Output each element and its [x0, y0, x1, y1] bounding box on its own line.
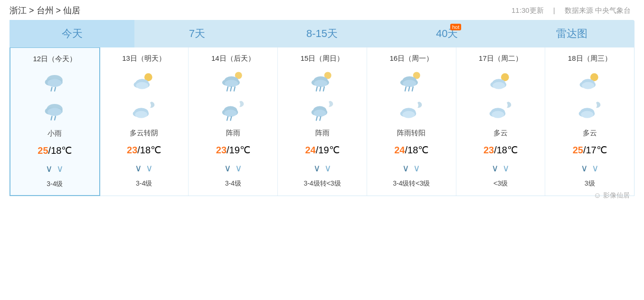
svg-line-56: [412, 87, 413, 91]
tab-today[interactable]: 今天: [9, 20, 134, 47]
day-date: 13日（明天）: [122, 54, 166, 63]
svg-point-65: [492, 82, 505, 89]
update-info: 11:30更新 | 数据来源 中央气象台: [508, 6, 635, 15]
tab-8-15days[interactable]: 8-15天: [259, 20, 384, 47]
day-weather-icon: [308, 68, 337, 94]
day-column-1: 13日（明天） 多云转阴 23/18℃ ∨ ∨ 3-4级: [100, 47, 189, 196]
wind-arrows: ∨ ∨: [313, 162, 331, 174]
temp-high: 24: [394, 145, 405, 155]
watermark: ☺ 影像仙居: [594, 191, 630, 200]
data-source: 数据来源 中央气象台: [565, 6, 631, 14]
wind-arrows: ∨ ∨: [135, 162, 153, 174]
temp-slash: /18℃: [405, 145, 428, 155]
wind-arrow-2: ∨: [235, 162, 242, 174]
day-column-6: 18日（周三） 多云 25/17℃ ∨ ∨ 3级: [545, 47, 634, 196]
tab-radar[interactable]: 雷达图: [510, 20, 635, 47]
day-weather-icon: [219, 68, 247, 94]
day-date: 12日（今天）: [33, 55, 77, 64]
wind-arrows: ∨ ∨: [581, 162, 599, 174]
weather-desc: 阵雨: [226, 129, 240, 138]
wind-arrows: ∨ ∨: [46, 163, 64, 174]
day-weather-icon: [40, 68, 69, 94]
wind-arrow-2: ∨: [502, 162, 510, 174]
svg-point-53: [403, 80, 417, 87]
night-weather-icon: [576, 97, 604, 123]
day-weather-icon: [486, 68, 515, 94]
wind-level: <3级: [493, 179, 508, 188]
wind-arrow-1: ∨: [135, 162, 142, 174]
temp-high: 24: [305, 145, 315, 155]
svg-line-5: [55, 87, 56, 91]
wind-arrow-1: ∨: [581, 162, 588, 174]
svg-point-78: [581, 111, 593, 118]
svg-line-47: [316, 117, 317, 120]
day-date: 16日（周一）: [389, 54, 433, 63]
svg-line-40: [316, 87, 317, 91]
svg-line-33: [227, 117, 228, 120]
temp-slash: /19℃: [227, 145, 250, 155]
wind-arrow-2: ∨: [413, 162, 420, 174]
svg-line-26: [227, 87, 228, 91]
svg-line-42: [323, 87, 324, 91]
svg-line-41: [320, 87, 321, 91]
wind-arrow-1: ∨: [402, 162, 409, 174]
temp-slash: /18℃: [48, 145, 72, 156]
temp-high: 25: [38, 145, 48, 156]
temp-slash: /18℃: [494, 145, 518, 155]
svg-point-74: [582, 82, 594, 89]
day-date: 17日（周二）: [479, 54, 522, 63]
temp-slash: /18℃: [137, 145, 161, 155]
temperature: 23/18℃: [127, 144, 161, 156]
night-weather-icon: [308, 97, 337, 123]
svg-point-9: [47, 108, 62, 116]
weather-desc: 阵雨转阳: [397, 129, 426, 138]
temp-slash: /19℃: [316, 145, 340, 155]
temperature: 24/18℃: [394, 144, 428, 156]
night-weather-icon: [219, 97, 247, 123]
day-weather-icon: [397, 68, 426, 94]
tab-7days[interactable]: 7天: [134, 20, 259, 47]
svg-point-39: [314, 80, 327, 87]
svg-point-16: [136, 82, 148, 89]
weather-table: 12日（今天） 小雨 25/18℃ ∨ ∨ 3-4级 13日（明天）: [9, 47, 635, 196]
breadcrumb: 浙江 > 台州 > 仙居: [9, 5, 80, 16]
temperature: 25/17℃: [573, 144, 607, 156]
wind-arrows: ∨ ∨: [224, 162, 242, 174]
weather-desc: 多云: [493, 129, 508, 138]
temperature: 23/19℃: [216, 144, 250, 156]
night-weather-icon: [130, 97, 158, 123]
night-weather-icon: [397, 97, 426, 123]
temperature: 25/18℃: [38, 145, 72, 156]
svg-line-28: [234, 87, 235, 91]
day-date: 15日（周日）: [301, 54, 344, 63]
wind-arrow-1: ∨: [313, 162, 321, 174]
wind-level: 3-4级转<3级: [303, 179, 341, 188]
separator: |: [553, 6, 555, 14]
day-date: 14日（后天）: [211, 54, 255, 63]
day-column-5: 17日（周二） 多云 23/18℃ ∨ ∨ <3级: [456, 47, 546, 196]
wind-arrow-2: ∨: [57, 163, 64, 174]
update-time: 11:30更新: [511, 6, 544, 14]
svg-point-25: [225, 80, 238, 87]
wind-arrow-1: ∨: [224, 162, 231, 174]
temp-high: 25: [573, 145, 583, 155]
svg-line-27: [230, 87, 231, 91]
wind-level: 3级: [585, 179, 595, 188]
wind-level: 3-4级转<3级: [393, 179, 430, 188]
night-weather-icon: [40, 97, 69, 123]
wind-arrow-2: ∨: [592, 162, 599, 174]
wind-arrow-2: ∨: [146, 162, 153, 174]
night-weather-icon: [486, 97, 515, 123]
wind-arrows: ∨ ∨: [402, 162, 420, 174]
day-column-0: 12日（今天） 小雨 25/18℃ ∨ ∨ 3-4级: [9, 47, 100, 196]
svg-line-34: [230, 117, 231, 120]
svg-line-55: [409, 87, 410, 91]
temperature: 24/19℃: [305, 144, 339, 156]
temp-high: 23: [216, 145, 227, 155]
hot-badge: hot: [450, 24, 461, 30]
svg-line-54: [405, 87, 406, 91]
svg-point-69: [492, 111, 504, 118]
watermark-icon: ☺: [594, 191, 601, 200]
tab-40days[interactable]: 40天 hot: [385, 20, 510, 47]
temperature: 23/18℃: [483, 144, 518, 156]
